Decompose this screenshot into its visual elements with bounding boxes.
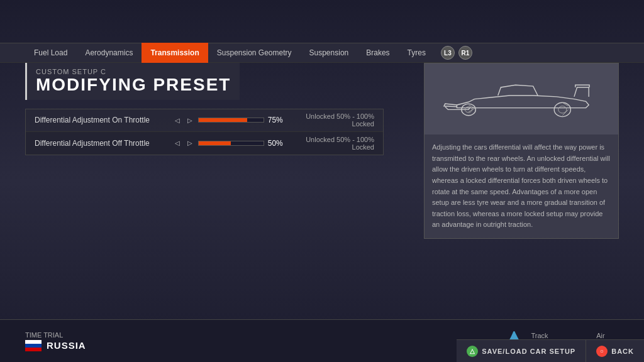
triangle-icon: △: [467, 346, 478, 357]
info-panel: Adjusting the cars differential will aff…: [424, 63, 619, 239]
setting-label-on-throttle: Differential Adjustment On Throttle: [35, 116, 173, 124]
nav-item-aerodynamics[interactable]: Aerodynamics: [76, 43, 142, 63]
settings-panel: Differential Adjustment On Throttle ◁ ▷ …: [25, 109, 384, 155]
top-navigation: Fuel Load Aerodynamics Transmission Susp…: [0, 43, 644, 63]
setting-range-off-throttle: Unlocked 50% - 100% Locked: [294, 136, 374, 151]
progress-bar-on-throttle: [198, 118, 264, 123]
flag-stripe-red: [25, 348, 42, 351]
save-load-button[interactable]: △ SAVE/LOAD CAR SETUP: [457, 339, 586, 362]
main-title: MODIFYING PRESET: [36, 75, 231, 95]
setting-value-on-throttle: 75%: [268, 116, 290, 124]
nav-item-tyres[interactable]: Tyres: [399, 43, 435, 63]
arrow-left-on-throttle[interactable]: ◁: [173, 117, 182, 124]
progress-bar-off-throttle: [198, 141, 264, 146]
session-label: Time Trial: [25, 331, 86, 339]
back-button[interactable]: ○ BACK: [586, 339, 644, 362]
nav-item-transmission[interactable]: Transmission: [142, 43, 208, 63]
bottom-actions: △ SAVE/LOAD CAR SETUP ○ BACK: [457, 339, 644, 362]
setting-controls-off-throttle: ◁ ▷ 50% Unlocked 50% - 100% Locked: [173, 136, 374, 151]
circle-icon: ○: [596, 346, 608, 357]
badge-r1: R1: [458, 46, 472, 60]
nav-item-fuel-load[interactable]: Fuel Load: [25, 43, 76, 63]
svg-point-3: [558, 106, 567, 113]
car-diagram: [425, 63, 618, 134]
location-name: RUSSIA: [47, 340, 86, 351]
progress-bar-fill-off-throttle: [199, 141, 231, 145]
controller-badges: L3 R1: [441, 46, 472, 60]
setting-controls-on-throttle: ◁ ▷ 75% Unlocked 50% - 100% Locked: [173, 112, 374, 128]
title-section: Custom Setup C MODIFYING PRESET: [25, 63, 240, 100]
save-label: SAVE/LOAD CAR SETUP: [482, 348, 575, 355]
car-svg: [431, 70, 612, 128]
nav-item-brakes[interactable]: Brakes: [357, 43, 398, 63]
info-description: Adjusting the cars differential will aff…: [425, 134, 618, 238]
badge-l3: L3: [441, 46, 455, 60]
content-area: Custom Setup C MODIFYING PRESET Differen…: [25, 63, 619, 312]
setting-row-off-throttle: Differential Adjustment Off Throttle ◁ ▷…: [26, 132, 383, 155]
arrow-right-on-throttle[interactable]: ▷: [186, 117, 194, 124]
arrow-left-off-throttle[interactable]: ◁: [173, 140, 182, 146]
back-label: BACK: [611, 348, 634, 355]
setting-row-on-throttle: Differential Adjustment On Throttle ◁ ▷ …: [26, 109, 383, 132]
progress-bar-fill-on-throttle: [199, 118, 247, 122]
setting-label-off-throttle: Differential Adjustment Off Throttle: [35, 139, 173, 148]
russia-flag: [25, 340, 42, 351]
svg-line-7: [562, 109, 568, 115]
arrow-right-off-throttle[interactable]: ▷: [186, 140, 194, 146]
location-section: RUSSIA: [25, 340, 86, 351]
setting-value-off-throttle: 50%: [268, 139, 290, 148]
nav-item-suspension[interactable]: Suspension: [301, 43, 358, 63]
air-label: Air: [596, 332, 619, 339]
nav-item-suspension-geometry[interactable]: Suspension Geometry: [208, 43, 301, 63]
bottom-left: Time Trial RUSSIA: [25, 331, 86, 351]
setting-range-on-throttle: Unlocked 50% - 100% Locked: [294, 112, 374, 128]
track-label: Track: [531, 332, 554, 339]
